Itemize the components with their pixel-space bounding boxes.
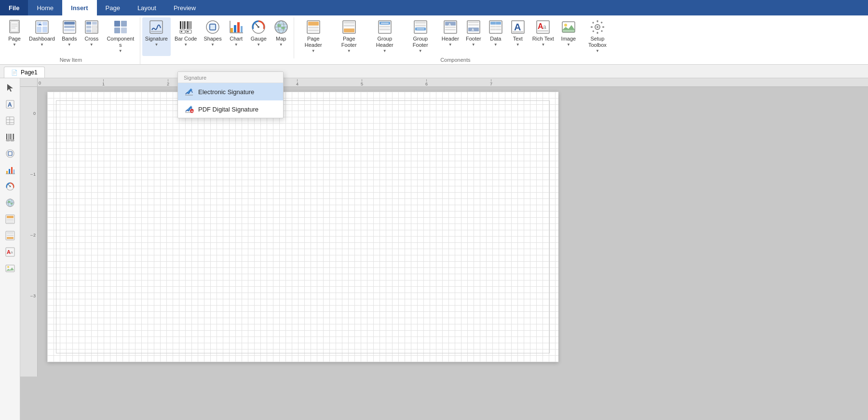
page-tab-page1[interactable]: 📄 Page1 (4, 67, 45, 78)
ribbon-btn-setup-toolbox[interactable]: Setup Toolbox ▼ (580, 17, 615, 56)
ribbon-btn-page[interactable]: Page ▼ (4, 17, 25, 56)
left-tool-text[interactable]: A (2, 97, 18, 112)
left-tool-image[interactable] (2, 261, 18, 276)
svg-rect-33 (190, 21, 190, 29)
page-arrow: ▼ (13, 42, 16, 47)
ribbon-btn-shapes[interactable]: Shapes ▼ (201, 17, 224, 56)
svg-rect-147 (7, 219, 14, 221)
ribbon-btn-data[interactable]: Data ▼ (485, 17, 506, 56)
dropdown-header: Signature (178, 72, 283, 83)
svg-rect-67 (344, 28, 354, 32)
svg-rect-131 (8, 152, 12, 155)
svg-rect-13 (64, 26, 75, 28)
footer-arrow: ▼ (472, 42, 475, 47)
svg-rect-110 (592, 30, 594, 32)
svg-rect-71 (380, 28, 390, 30)
left-tool-page-footer[interactable] (2, 228, 18, 243)
canvas-area[interactable]: 0 1 2 3 4 (20, 78, 868, 420)
tab-insert[interactable]: Insert (62, 0, 96, 15)
ribbon-btn-dashboard[interactable]: Dashboard ▼ (26, 17, 58, 56)
ribbon-btn-image[interactable]: Image ▼ (558, 17, 579, 56)
left-tool-gauge[interactable] (2, 179, 18, 194)
ribbon-btn-chart[interactable]: Chart ▼ (226, 17, 247, 56)
ribbon-btn-bands[interactable]: Bands ▼ (59, 17, 80, 56)
ribbon-btn-page-header[interactable]: Page Header ▼ (296, 17, 331, 56)
signature-arrow: ▼ (154, 42, 158, 47)
svg-rect-123 (6, 134, 7, 140)
svg-rect-107 (602, 27, 604, 28)
bands-arrow: ▼ (68, 42, 71, 47)
left-tool-pointer[interactable] (2, 80, 18, 96)
ribbon-btn-map[interactable]: Map ▼ (271, 17, 292, 56)
ribbon-btn-barcode[interactable]: Bar Code ▼ (172, 17, 200, 56)
dashboard-arrow: ▼ (40, 42, 44, 47)
ribbon-btn-text[interactable]: A Text ▼ (507, 17, 529, 56)
header-icon: A (443, 19, 458, 35)
ribbon-btn-page-header-label: Page Header (299, 36, 328, 48)
svg-rect-108 (592, 22, 594, 24)
tab-preview[interactable]: Preview (165, 0, 204, 15)
svg-rect-85 (468, 24, 479, 26)
ribbon-btn-page-footer-label: Page Footer (335, 36, 364, 48)
gauge-icon (251, 19, 266, 35)
ribbon-btn-footer[interactable]: A Footer ▼ (463, 17, 484, 56)
left-tool-chart[interactable] (2, 162, 18, 178)
ribbon-btn-header[interactable]: A Header ▼ (439, 17, 462, 56)
svg-point-59 (281, 27, 285, 29)
svg-rect-63 (308, 29, 319, 31)
shapes-arrow: ▼ (211, 42, 215, 47)
signature-icon (149, 19, 164, 35)
svg-text:a: a (543, 24, 546, 30)
ribbon-btn-image-label: Image (561, 36, 576, 42)
svg-rect-124 (8, 134, 9, 140)
svg-rect-66 (344, 25, 354, 27)
ribbon-btn-group-footer-label: Group Footer (406, 36, 435, 48)
svg-text:A: A (472, 28, 474, 31)
svg-point-144 (10, 203, 13, 205)
svg-rect-14 (64, 29, 75, 31)
svg-rect-19 (92, 26, 97, 28)
left-tool-table[interactable] (2, 113, 18, 128)
svg-text:A: A (8, 101, 12, 108)
tab-page[interactable]: Page (97, 0, 129, 15)
dropdown-item-electronic-signature[interactable]: Electronic Signature (178, 83, 283, 100)
ribbon-btn-components-label: Components (106, 36, 135, 48)
left-tool-rich-text[interactable]: A a (2, 244, 18, 260)
dropdown-item-pdf-digital-signature[interactable]: PDF PDF Digital Signature (178, 100, 283, 118)
left-toolbar: A (0, 78, 20, 420)
ribbon-btn-gauge[interactable]: Gauge ▼ (248, 17, 270, 56)
document-page[interactable] (47, 92, 558, 362)
left-tool-shapes[interactable] (2, 146, 18, 161)
ribbon-btn-page-footer[interactable]: Page Footer ▼ (332, 17, 366, 56)
electronic-signature-icon (184, 86, 194, 97)
tab-layout[interactable]: Layout (129, 0, 165, 15)
svg-text:A: A (448, 23, 451, 26)
svg-point-139 (9, 186, 11, 187)
page-footer-arrow: ▼ (347, 49, 351, 53)
ribbon-btn-cross[interactable]: Cross ▼ (81, 17, 102, 56)
svg-point-50 (258, 26, 259, 28)
tab-file[interactable]: File (0, 0, 28, 15)
tab-home[interactable]: Home (28, 0, 62, 15)
ribbon-btn-components[interactable]: Components ▼ (103, 17, 138, 56)
svg-rect-8 (37, 27, 41, 32)
svg-rect-148 (7, 222, 14, 223)
group-footer-arrow: ▼ (419, 49, 422, 53)
ribbon-btn-rich-text[interactable]: A a Rich Text ▼ (529, 17, 557, 56)
group-header-icon (377, 19, 393, 35)
svg-rect-22 (114, 21, 120, 27)
ribbon-btn-group-header[interactable]: Group Header ▼ (367, 17, 402, 56)
chart-icon (229, 19, 244, 35)
ribbon-btn-group-footer[interactable]: Group Footer ▼ (403, 17, 438, 56)
svg-rect-127 (13, 134, 14, 140)
left-tool-barcode[interactable] (2, 129, 18, 145)
page-tab-label: Page1 (21, 69, 38, 76)
left-tool-map[interactable] (2, 195, 18, 210)
left-tool-page-header[interactable] (2, 211, 18, 227)
header-arrow: ▼ (448, 42, 452, 47)
ribbon-btn-signature[interactable]: Signature ▼ (142, 17, 171, 56)
svg-rect-133 (9, 169, 10, 174)
svg-rect-156 (6, 265, 14, 272)
svg-point-101 (564, 24, 567, 27)
dashboard-icon (34, 19, 50, 35)
